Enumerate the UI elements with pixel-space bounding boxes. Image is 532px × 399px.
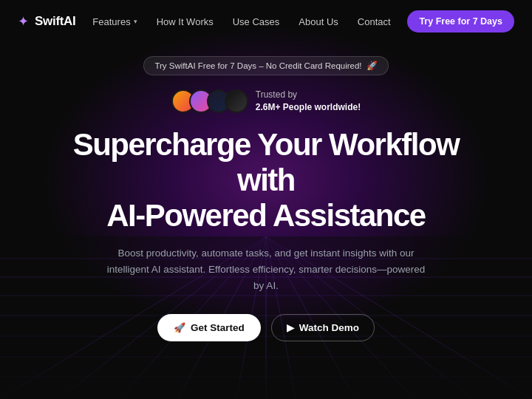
trusted-label: Trusted by [256, 89, 297, 100]
badge-banner: Try SwiftAI Free for 7 Days – No Credit … [143, 56, 388, 75]
trusted-text: Trusted by 2.6M+ People worldwide! [256, 89, 361, 114]
nav-contact[interactable]: Contact [358, 16, 391, 27]
watch-demo-button[interactable]: ▶ Watch Demo [271, 314, 375, 341]
rocket-icon: 🚀 [366, 61, 378, 71]
play-icon: ▶ [287, 322, 294, 333]
nav-how-it-works[interactable]: How It Works [157, 16, 214, 27]
nav-features[interactable]: Features ▾ [92, 16, 137, 27]
hero-subtitle: Boost productivity, automate tasks, and … [103, 245, 429, 293]
get-started-button[interactable]: 🚀 Get Started [157, 314, 261, 341]
hero-buttons: 🚀 Get Started ▶ Watch Demo [157, 314, 375, 341]
social-proof: Trusted by 2.6M+ People worldwide! [171, 89, 361, 114]
hero-title: Supercharge Your Workflow with AI-Powere… [44, 127, 488, 234]
rocket-btn-icon: 🚀 [174, 322, 185, 333]
avatar [225, 89, 248, 113]
avatars-group [171, 89, 248, 113]
nav-cta-button[interactable]: Try Free for 7 Days [407, 10, 514, 33]
brand-name: SwiftAI [35, 14, 76, 29]
chevron-down-icon: ▾ [134, 18, 137, 25]
trusted-count: 2.6M+ People worldwide! [256, 102, 361, 112]
badge-text: Try SwiftAI Free for 7 Days – No Credit … [154, 61, 361, 70]
nav-about-us[interactable]: About Us [299, 16, 338, 27]
brand: ✦ SwiftAI [18, 13, 76, 30]
hero-title-line1: Supercharge Your Workflow with [73, 127, 460, 197]
hero-section: Try SwiftAI Free for 7 Days – No Credit … [0, 43, 532, 341]
nav-use-cases[interactable]: Use Cases [233, 16, 280, 27]
hero-title-line2: AI-Powered Assistance [106, 198, 425, 233]
page-wrapper: ✦ SwiftAI Features ▾ How It Works Use Ca… [0, 0, 532, 399]
navbar-links: Features ▾ How It Works Use Cases About … [92, 16, 390, 27]
brand-icon: ✦ [18, 13, 29, 30]
navbar: ✦ SwiftAI Features ▾ How It Works Use Ca… [0, 0, 532, 43]
